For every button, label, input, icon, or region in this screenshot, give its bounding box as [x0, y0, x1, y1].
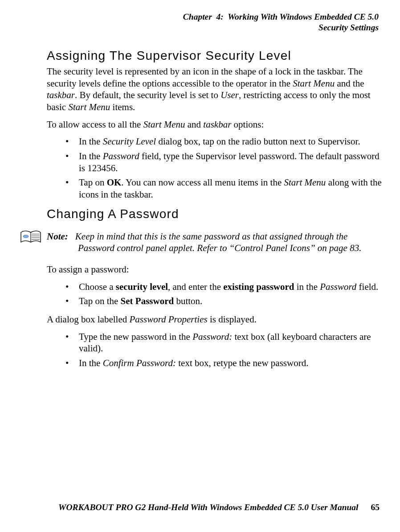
running-header: Chapter 4: Working With Windows Embedded… [47, 12, 382, 33]
heading-changing-password: Changing A Password [47, 207, 382, 221]
text: text box, retype the new password. [176, 358, 308, 368]
list-item: Choose a security level, and enter the e… [65, 281, 382, 293]
text: In the [79, 358, 103, 368]
note-text: Note:Keep in mind that this is the same … [47, 231, 382, 254]
text-italic: Security Level [103, 136, 156, 147]
text: . By default, the security level is set … [75, 90, 220, 100]
text-bold: existing password [223, 281, 294, 292]
text: field. [356, 281, 378, 292]
text: . You can now access all menu items in t… [121, 177, 284, 188]
text-italic: Start Menu [293, 78, 335, 89]
text-italic: taskbar [47, 90, 75, 100]
book-icon [20, 231, 41, 245]
list-item: Tap on the Set Password button. [65, 295, 382, 307]
text: A dialog box labelled [47, 314, 129, 325]
text: Tap on [79, 177, 107, 188]
text: Type the new password in the [79, 331, 192, 342]
footer-page-number: 65 [359, 503, 380, 512]
text: In the [79, 151, 103, 161]
text: To allow access to all the [47, 119, 143, 130]
text-italic: Confirm Password: [103, 358, 176, 368]
text-bold: security level [116, 281, 168, 292]
text-bold: Set Password [121, 296, 174, 306]
bullet-list: In the Security Level dialog box, tap on… [47, 136, 382, 200]
text: items. [110, 102, 135, 112]
page-footer: WORKABOUT PRO G2 Hand-Held With Windows … [58, 503, 380, 512]
text: In the [79, 136, 103, 147]
text: Tap on the [79, 296, 121, 306]
text-italic: taskbar [203, 119, 231, 130]
text: options: [231, 119, 264, 130]
bullet-list: Choose a security level, and enter the e… [47, 281, 382, 307]
text-italic: Password Properties [129, 314, 207, 325]
text: button. [174, 296, 202, 306]
text: , and enter the [168, 281, 223, 292]
bullet-list: Type the new password in the Password: t… [47, 331, 382, 369]
text-bold: OK [107, 177, 122, 188]
text: Choose a [79, 281, 116, 292]
header-section-line: Security Settings [47, 22, 379, 33]
page-body: Chapter 4: Working With Windows Embedded… [0, 0, 400, 532]
text-italic: Start Menu [284, 177, 326, 188]
svg-point-0 [23, 235, 29, 238]
header-chapter-line: Chapter 4: Working With Windows Embedded… [47, 12, 379, 22]
text: and [185, 119, 204, 130]
text: and the [335, 78, 364, 89]
text-italic: Password: [192, 331, 232, 342]
text-italic: Password [103, 151, 139, 161]
note-block: Note:Keep in mind that this is the same … [47, 231, 382, 254]
text: dialog box, tap on the radio button next… [156, 136, 360, 147]
text-italic: Start Menu [68, 102, 110, 112]
list-item: Tap on OK. You can now access all menu i… [65, 177, 382, 200]
text: is displayed. [208, 314, 257, 325]
note-label: Note: [47, 231, 75, 242]
note-body-text: Keep in mind that this is the same passw… [75, 231, 362, 254]
list-item: In the Confirm Password: text box, retyp… [65, 357, 382, 369]
text-italic: Start Menu [143, 119, 185, 130]
paragraph: To assign a password: [47, 264, 382, 276]
footer-manual-title: WORKABOUT PRO G2 Hand-Held With Windows … [58, 503, 358, 512]
list-item: In the Security Level dialog box, tap on… [65, 136, 382, 148]
text-italic: Password [320, 281, 356, 292]
paragraph: To allow access to all the Start Menu an… [47, 119, 382, 131]
list-item: In the Password field, type the Supervis… [65, 150, 382, 174]
text: in the [294, 281, 320, 292]
paragraph: A dialog box labelled Password Propertie… [47, 313, 382, 326]
text-italic: User [220, 90, 239, 100]
heading-assigning-supervisor: Assigning The Supervisor Security Level [47, 49, 382, 63]
paragraph: The security level is represented by an … [47, 66, 382, 113]
list-item: Type the new password in the Password: t… [65, 331, 382, 355]
